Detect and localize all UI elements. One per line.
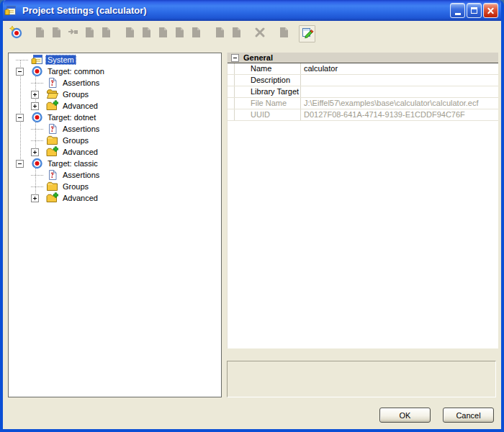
titlebar[interactable]: Project Settings (calculator): [0, 0, 504, 21]
tree-item-groups[interactable]: Groups: [9, 89, 221, 100]
collapse-icon[interactable]: [231, 54, 239, 62]
tree-expander-minus-icon[interactable]: [16, 68, 24, 76]
tree-item-label: Target: classic: [45, 158, 100, 168]
minimize-button[interactable]: [450, 3, 465, 18]
property-indent: [228, 109, 235, 120]
new-target-button[interactable]: [7, 25, 24, 42]
property-value: D0127F08-641A-4714-9139-E1CDDF94C76F: [301, 109, 498, 120]
close-icon: [484, 4, 498, 17]
property-value[interactable]: calculator: [301, 63, 498, 74]
property-row-name: Namecalculator: [228, 63, 498, 75]
maximize-button[interactable]: [467, 3, 482, 18]
tree-item-groups[interactable]: Groups: [9, 135, 221, 146]
cancel-button[interactable]: Cancel: [443, 408, 494, 423]
folder-open-icon: [46, 89, 58, 100]
tree-item-advanced[interactable]: Advanced: [9, 100, 221, 112]
doc-icon: [213, 26, 226, 42]
edit-description-button[interactable]: [299, 25, 315, 42]
tree-item-label: Assertions: [60, 124, 102, 134]
close-button[interactable]: [483, 3, 498, 18]
tree-connector: [16, 54, 31, 66]
doc-icon: [83, 26, 96, 42]
tree-connector: [31, 169, 46, 181]
property-row-library-target: Library Target: [228, 86, 498, 98]
toolbar-button-13-button[interactable]: [228, 25, 244, 42]
target-icon: [31, 158, 43, 169]
toolbar-button-15-button[interactable]: [275, 25, 292, 42]
tree-item-system[interactable]: System: [9, 54, 221, 66]
assertions-doc-icon: [46, 169, 58, 181]
folder-icon: [46, 135, 58, 146]
property-label: Description: [235, 75, 301, 86]
toolbar-button-4-button[interactable]: [64, 25, 81, 42]
doc-icon: [140, 26, 153, 42]
tree-item-groups[interactable]: Groups: [9, 181, 221, 192]
tree-item-advanced[interactable]: Advanced: [9, 146, 221, 158]
property-value[interactable]: [301, 75, 498, 86]
doc-icon: [99, 26, 112, 42]
property-label: UUID: [235, 109, 301, 120]
tree-item-target-dotnet[interactable]: Target: dotnet: [9, 112, 221, 123]
edit-pencil-icon: [301, 26, 314, 42]
tree-item-target-classic[interactable]: Target: classic: [9, 158, 221, 169]
folder-plus-icon: [46, 100, 58, 112]
property-label: Library Target: [235, 86, 301, 97]
toolbar-button-12-button[interactable]: [211, 25, 228, 42]
tree-item-advanced[interactable]: Advanced: [9, 192, 221, 204]
tree-item-label: Groups: [60, 89, 91, 99]
tree-item-label: Assertions: [60, 78, 102, 88]
doc-icon: [189, 26, 202, 42]
toolbar-button-9-button[interactable]: [154, 25, 171, 42]
doc-icon: [33, 26, 46, 42]
tree-item-assertions[interactable]: Assertions: [9, 169, 221, 181]
ok-button[interactable]: OK: [379, 408, 431, 423]
folder-icon: [46, 181, 58, 192]
doc-icon: [277, 26, 290, 42]
assertions-doc-icon: [46, 123, 58, 135]
tree-item-label: System: [45, 55, 76, 65]
toolbar-button-2-button[interactable]: [31, 25, 48, 42]
property-indent: [228, 98, 235, 109]
toolbar-button-7-button[interactable]: [121, 25, 138, 42]
target-new-icon: [9, 26, 22, 42]
tree-expander-plus-icon[interactable]: [31, 194, 39, 202]
property-row-uuid: UUIDD0127F08-641A-4714-9139-E1CDDF94C76F: [228, 109, 498, 121]
assertions-doc-icon: [46, 77, 58, 89]
settings-tree: SystemTarget: commonAssertionsGroupsAdva…: [8, 53, 222, 397]
doc-icon: [156, 26, 169, 42]
tree-expander-plus-icon[interactable]: [31, 91, 39, 99]
toolbar-button-8-button[interactable]: [138, 25, 154, 42]
folder-plus-icon: [46, 192, 58, 204]
property-value[interactable]: [301, 86, 498, 97]
tree-expander-minus-icon[interactable]: [16, 160, 24, 168]
target-icon: [31, 66, 43, 77]
property-indent: [228, 63, 235, 74]
tree-item-label: Advanced: [60, 193, 100, 203]
doc-icon: [50, 26, 63, 42]
section-title: General: [243, 53, 273, 62]
toolbar-button-3-button[interactable]: [48, 25, 64, 42]
property-section-header: General: [228, 53, 498, 63]
property-row-file-name: File NameJ:\Eiffel57\examples\base\calcu…: [228, 98, 498, 109]
property-grid: General NamecalculatorDescriptionLibrary…: [227, 53, 498, 348]
tree-expander-plus-icon[interactable]: [31, 148, 39, 156]
toolbar-button-5-button[interactable]: [81, 25, 97, 42]
tree-connector: [31, 181, 46, 192]
tree-item-label: Target: common: [45, 66, 107, 76]
toolbar-button-10-button[interactable]: [171, 25, 187, 42]
tree-item-target-common[interactable]: Target: common: [9, 66, 221, 77]
delete-x-icon: [253, 26, 266, 42]
tree-item-label: Groups: [60, 181, 91, 192]
tree-item-label: Assertions: [60, 170, 102, 180]
toolbar-button-6-button[interactable]: [97, 25, 114, 42]
tree-expander-plus-icon[interactable]: [31, 102, 39, 110]
tree-connector: [31, 77, 46, 89]
tree-item-assertions[interactable]: Assertions: [9, 123, 221, 135]
tree-item-assertions[interactable]: Assertions: [9, 77, 221, 89]
tree-item-label: Advanced: [60, 101, 100, 111]
swap-arrows-icon: [66, 26, 79, 42]
doc-icon: [123, 26, 136, 42]
toolbar-button-11-button[interactable]: [187, 25, 204, 42]
tree-expander-minus-icon[interactable]: [16, 114, 24, 122]
remove-button[interactable]: [251, 25, 268, 42]
